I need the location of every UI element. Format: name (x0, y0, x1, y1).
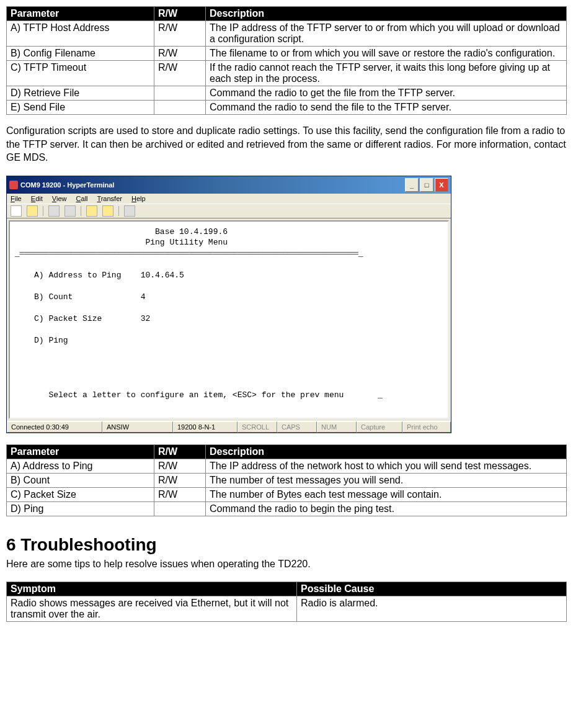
term-line-label: D) Ping (34, 336, 68, 345)
troubleshooting-intro: Here are some tips to help resolve issue… (6, 557, 567, 571)
cell-rw (154, 101, 206, 115)
term-line-value: 32 (141, 314, 151, 323)
term-footer: Select a letter to configure an item, <E… (48, 390, 344, 400)
ping-parameters-table: Parameter R/W Description A) Address to … (6, 444, 567, 516)
status-scroll: SCROLL (238, 421, 277, 433)
cell-desc: Command the radio to get the file from t… (206, 86, 567, 101)
status-num: NUM (317, 421, 357, 433)
toolbar (7, 204, 451, 218)
status-bar: Connected 0:30:49 ANSIW 19200 8-N-1 SCRO… (7, 421, 451, 433)
cell-desc: The number of test messages you will sen… (206, 473, 567, 487)
config-scripts-paragraph: Configuration scripts are used to store … (6, 124, 567, 164)
status-connected: Connected 0:30:49 (7, 421, 102, 433)
cell-param: D) Ping (7, 501, 154, 516)
menu-file[interactable]: File (11, 195, 22, 202)
table-row: A) Address to Ping R/W The IP address of… (7, 459, 567, 473)
menu-bar: File Edit View Call Transfer Help (7, 194, 451, 204)
menu-transfer[interactable]: Transfer (97, 195, 122, 202)
tftp-parameters-table: Parameter R/W Description A) TFTP Host A… (6, 6, 567, 115)
receive-icon[interactable] (102, 205, 113, 217)
status-caps: CAPS (277, 421, 317, 433)
terminal-output: Base 10.4.199.6 Ping Utility Menu _═════… (9, 220, 449, 419)
cell-rw (154, 86, 206, 101)
th-rw: R/W (154, 444, 206, 459)
terminal-header-ip: Base 10.4.199.6 (155, 227, 228, 236)
th-description: Description (206, 444, 567, 459)
table-row: D) Retrieve File Command the radio to ge… (7, 86, 567, 101)
cell-desc: If the radio cannot reach the TFTP serve… (206, 61, 567, 86)
toolbar-separator (118, 206, 119, 216)
cell-cause: Radio is alarmed. (297, 596, 567, 622)
send-icon[interactable] (86, 205, 97, 217)
cell-param: C) TFTP Timeout (7, 61, 154, 86)
th-parameter: Parameter (7, 7, 154, 21)
cell-param: D) Retrieve File (7, 86, 154, 101)
th-rw: R/W (154, 7, 206, 21)
table-row: B) Config Filename R/W The filename to o… (7, 47, 567, 61)
close-button[interactable]: X (435, 178, 448, 192)
cell-rw: R/W (154, 473, 206, 487)
term-line-label: A) Address to Ping (34, 271, 121, 280)
cell-param: A) Address to Ping (7, 459, 154, 473)
window-title: COM9 19200 - HyperTerminal (20, 181, 114, 189)
new-icon[interactable] (11, 205, 22, 217)
th-parameter: Parameter (7, 444, 154, 459)
toolbar-separator (81, 206, 81, 216)
open-icon[interactable] (27, 205, 38, 217)
cell-desc: The IP address of the network host to wh… (206, 459, 567, 473)
cell-rw: R/W (154, 61, 206, 86)
term-line-value: 10.4.64.5 (141, 271, 184, 280)
th-description: Description (206, 7, 567, 21)
cell-rw: R/W (154, 21, 206, 47)
disconnect-icon[interactable] (64, 205, 76, 217)
cell-param: B) Count (7, 473, 154, 487)
cell-param: B) Config Filename (7, 47, 154, 61)
status-capture: Capture (357, 421, 402, 433)
term-line-label: C) Packet Size (34, 314, 102, 323)
table-row: B) Count R/W The number of test messages… (7, 473, 567, 487)
cell-desc: Command the radio to begin the ping test… (206, 501, 567, 516)
cell-desc: The IP address of the TFTP server to or … (206, 21, 567, 47)
menu-help[interactable]: Help (131, 195, 146, 202)
app-icon (9, 181, 18, 189)
connect-icon[interactable] (48, 205, 60, 217)
status-emulation: ANSIW (102, 421, 173, 433)
cell-param: C) Packet Size (7, 487, 154, 501)
troubleshooting-table: Symptom Possible Cause Radio shows messa… (6, 582, 567, 622)
table-row: C) Packet Size R/W The number of Bytes e… (7, 487, 567, 501)
cell-rw: R/W (154, 47, 206, 61)
term-line-value: 4 (141, 292, 146, 302)
th-symptom: Symptom (7, 582, 297, 596)
cell-desc: The number of Bytes each test message wi… (206, 487, 567, 501)
table-row: D) Ping Command the radio to begin the p… (7, 501, 567, 516)
table-row: Radio shows messages are received via Et… (7, 596, 567, 622)
window-titlebar: COM9 19200 - HyperTerminal _ □ X (7, 176, 451, 194)
section-6-heading: 6 Troubleshooting (6, 535, 567, 555)
properties-icon[interactable] (124, 205, 135, 217)
cell-desc: The filename to or from which you will s… (206, 47, 567, 61)
menu-view[interactable]: View (52, 195, 67, 202)
terminal-header-title: Ping Utility Menu (145, 238, 228, 247)
maximize-button[interactable]: □ (420, 178, 433, 192)
menu-call[interactable]: Call (76, 195, 88, 202)
menu-edit[interactable]: Edit (31, 195, 43, 202)
cell-rw: R/W (154, 487, 206, 501)
table-row: A) TFTP Host Address R/W The IP address … (7, 21, 567, 47)
table-row: C) TFTP Timeout R/W If the radio cannot … (7, 61, 567, 86)
cell-rw (154, 501, 206, 516)
toolbar-separator (43, 206, 43, 216)
cell-desc: Command the radio to send the file to th… (206, 101, 567, 115)
cell-param: A) TFTP Host Address (7, 21, 154, 47)
status-printecho: Print echo (402, 421, 451, 433)
status-settings: 19200 8-N-1 (173, 421, 238, 433)
table-row: E) Send File Command the radio to send t… (7, 101, 567, 115)
cell-rw: R/W (154, 459, 206, 473)
term-line-label: B) Count (34, 292, 73, 302)
th-cause: Possible Cause (297, 582, 567, 596)
hyperterminal-window: COM9 19200 - HyperTerminal _ □ X File Ed… (6, 176, 451, 433)
cell-symptom: Radio shows messages are received via Et… (7, 596, 297, 622)
minimize-button[interactable]: _ (405, 178, 419, 192)
cell-param: E) Send File (7, 101, 154, 115)
